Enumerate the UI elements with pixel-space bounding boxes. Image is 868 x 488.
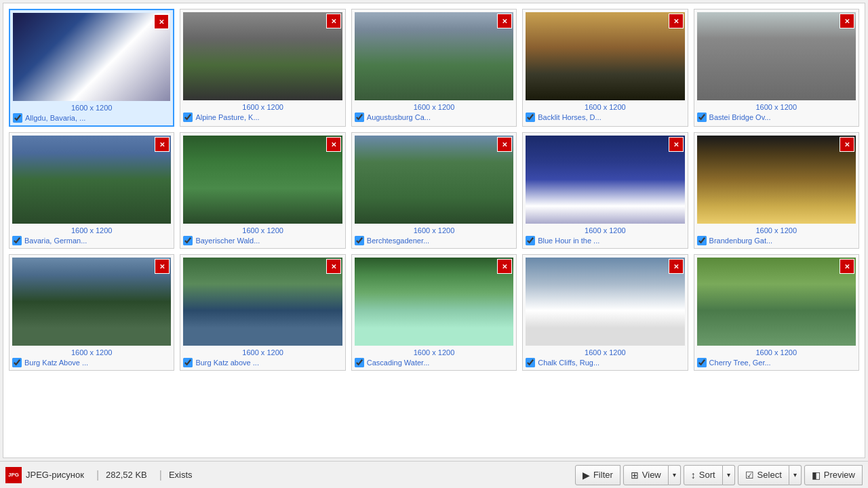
preview-label: Preview (824, 470, 855, 480)
select-dropdown-button[interactable]: ▾ (789, 465, 802, 485)
thumb-image-6: ✕ (183, 136, 342, 224)
thumbnail-item-13[interactable]: ✕ 1600 x 1200 Chalk Cliffs, Rug... (522, 254, 688, 371)
thumbnail-item-12[interactable]: ✕ 1600 x 1200 Cascading Water... (351, 254, 517, 371)
image-grid[interactable]: ✕ 1600 x 1200 Allgdu, Bavaria, ... ✕ 160… (3, 3, 865, 458)
thumb-checkbox-14[interactable] (697, 358, 707, 367)
thumb-footer-11: Burg Katz above ... (183, 358, 342, 367)
thumb-footer-4: Bastei Bridge Ov... (697, 113, 856, 122)
thumb-size-1: 1600 x 1200 (242, 103, 283, 111)
filter-button[interactable]: ▶ Filter (575, 465, 620, 485)
thumbnail-item-6[interactable]: ✕ 1600 x 1200 Bayerischer Wald... (180, 132, 345, 249)
filter-icon: ▶ (583, 470, 590, 481)
thumb-footer-1: Alpine Pasture, K... (183, 113, 342, 122)
view-dropdown-button[interactable]: ▾ (669, 465, 681, 485)
select-btn-group: ☑ Select ▾ (738, 465, 802, 485)
preview-btn-group: ◧ Preview (804, 465, 863, 485)
view-btn-group: ⊞ View ▾ (623, 465, 681, 485)
thumb-image-10: ✕ (12, 258, 171, 346)
thumb-size-14: 1600 x 1200 (756, 348, 797, 357)
remove-icon-5[interactable]: ✕ (155, 137, 170, 152)
view-icon: ⊞ (631, 470, 639, 481)
thumb-checkbox-13[interactable] (526, 358, 535, 367)
thumbnail-item-1[interactable]: ✕ 1600 x 1200 Alpine Pasture, K... (180, 9, 345, 127)
thumb-footer-12: Cascading Water... (355, 358, 513, 367)
remove-icon-10[interactable]: ✕ (155, 259, 170, 274)
thumb-name-12: Cascading Water... (367, 359, 513, 367)
thumb-size-13: 1600 x 1200 (585, 348, 626, 357)
thumb-image-7: ✕ (355, 136, 513, 224)
thumb-checkbox-3[interactable] (526, 113, 535, 122)
thumb-checkbox-2[interactable] (355, 113, 364, 122)
thumb-checkbox-10[interactable] (12, 358, 22, 367)
remove-icon-11[interactable]: ✕ (326, 259, 341, 274)
thumbnail-item-0[interactable]: ✕ 1600 x 1200 Allgdu, Bavaria, ... (9, 9, 174, 127)
sep1: | (96, 469, 99, 481)
thumb-size-7: 1600 x 1200 (414, 226, 455, 235)
thumb-checkbox-6[interactable] (183, 236, 193, 245)
thumbnail-item-10[interactable]: ✕ 1600 x 1200 Burg Katz Above ... (9, 254, 174, 371)
status-bar: JPG JPEG-рисунок | 282,52 KB | Exists ▶ … (0, 461, 868, 488)
thumb-footer-13: Chalk Cliffs, Rug... (526, 358, 684, 367)
thumb-checkbox-5[interactable] (12, 236, 22, 245)
thumbnail-item-4[interactable]: ✕ 1600 x 1200 Bastei Bridge Ov... (694, 9, 859, 127)
remove-icon-8[interactable]: ✕ (669, 137, 684, 152)
remove-icon-9[interactable]: ✕ (840, 137, 854, 152)
thumb-name-10: Burg Katz Above ... (24, 359, 171, 367)
thumb-footer-14: Cherry Tree, Ger... (697, 358, 856, 367)
remove-icon-13[interactable]: ✕ (669, 259, 684, 274)
thumb-size-6: 1600 x 1200 (242, 226, 283, 235)
thumb-checkbox-12[interactable] (355, 358, 364, 367)
thumb-image-3: ✕ (526, 12, 684, 100)
thumb-name-1: Alpine Pasture, K... (195, 113, 342, 121)
thumb-name-6: Bayerischer Wald... (195, 237, 342, 245)
thumb-footer-10: Burg Katz Above ... (12, 358, 171, 367)
filter-btn-group: ▶ Filter (575, 465, 620, 485)
thumb-size-11: 1600 x 1200 (242, 348, 283, 357)
thumb-checkbox-9[interactable] (697, 236, 707, 245)
main-area: ✕ 1600 x 1200 Allgdu, Bavaria, ... ✕ 160… (3, 3, 865, 458)
thumb-name-7: Berchtesgadener... (367, 237, 513, 245)
remove-icon-12[interactable]: ✕ (497, 259, 512, 274)
thumbnail-item-7[interactable]: ✕ 1600 x 1200 Berchtesgadener... (351, 132, 517, 249)
thumb-checkbox-7[interactable] (355, 236, 364, 245)
thumb-name-11: Burg Katz above ... (195, 359, 342, 367)
sort-button[interactable]: ↕ Sort (684, 465, 723, 485)
thumb-footer-2: Augustusburg Ca... (355, 113, 513, 122)
thumbnail-item-2[interactable]: ✕ 1600 x 1200 Augustusburg Ca... (351, 9, 517, 127)
sort-dropdown-button[interactable]: ▾ (723, 465, 735, 485)
thumb-name-4: Bastei Bridge Ov... (709, 113, 856, 121)
sort-btn-group: ↕ Sort ▾ (684, 465, 735, 485)
thumb-checkbox-8[interactable] (526, 236, 535, 245)
thumb-checkbox-1[interactable] (183, 113, 193, 122)
remove-icon-2[interactable]: ✕ (497, 14, 512, 28)
thumbnail-item-9[interactable]: ✕ 1600 x 1200 Brandenburg Gat... (694, 132, 859, 249)
remove-icon-3[interactable]: ✕ (669, 14, 684, 28)
view-label: View (642, 470, 661, 480)
thumb-footer-5: Bavaria, German... (12, 236, 171, 245)
thumb-checkbox-11[interactable] (183, 358, 193, 367)
remove-icon-6[interactable]: ✕ (326, 137, 341, 152)
thumb-checkbox-0[interactable] (13, 113, 22, 123)
thumb-image-12: ✕ (355, 258, 513, 346)
thumb-size-10: 1600 x 1200 (71, 348, 113, 357)
thumbnail-item-8[interactable]: ✕ 1600 x 1200 Blue Hour in the ... (522, 132, 688, 249)
thumb-name-0: Allgdu, Bavaria, ... (25, 114, 170, 122)
thumbnail-item-11[interactable]: ✕ 1600 x 1200 Burg Katz above ... (180, 254, 345, 371)
thumb-size-2: 1600 x 1200 (414, 103, 455, 111)
remove-icon-0[interactable]: ✕ (154, 14, 169, 29)
select-button[interactable]: ☑ Select (738, 465, 789, 485)
remove-icon-7[interactable]: ✕ (497, 137, 512, 152)
view-button[interactable]: ⊞ View (623, 465, 669, 485)
thumb-image-8: ✕ (526, 136, 684, 224)
thumb-name-2: Augustusburg Ca... (367, 113, 513, 121)
thumb-checkbox-4[interactable] (697, 113, 707, 122)
thumbnail-item-3[interactable]: ✕ 1600 x 1200 Backlit Horses, D... (522, 9, 688, 127)
thumbnail-item-5[interactable]: ✕ 1600 x 1200 Bavaria, German... (9, 132, 174, 249)
sort-icon: ↕ (691, 470, 696, 481)
thumb-footer-3: Backlit Horses, D... (526, 113, 684, 122)
preview-button[interactable]: ◧ Preview (804, 465, 863, 485)
remove-icon-4[interactable]: ✕ (840, 14, 854, 28)
thumbnail-item-14[interactable]: ✕ 1600 x 1200 Cherry Tree, Ger... (694, 254, 859, 371)
remove-icon-1[interactable]: ✕ (326, 14, 341, 28)
remove-icon-14[interactable]: ✕ (840, 259, 854, 274)
